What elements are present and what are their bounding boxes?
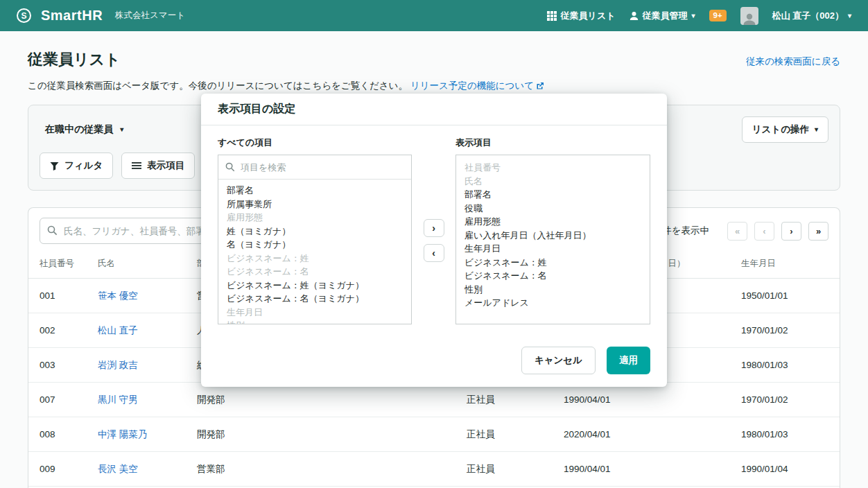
field-item[interactable]: ビジネスネーム：名（ヨミガナ） — [227, 292, 403, 306]
field-item[interactable]: ビジネスネーム：姓（ヨミガナ） — [227, 279, 403, 293]
field-item[interactable]: 生年月日 — [465, 242, 641, 256]
release-info-link[interactable]: リリース予定の機能について — [410, 80, 544, 92]
field-item[interactable]: ビジネスネーム：姓 — [465, 256, 641, 270]
first-page-button[interactable]: « — [727, 222, 747, 241]
columns-button[interactable]: 表示項目 — [121, 152, 195, 179]
field-item[interactable]: ビジネスネーム：名 — [465, 269, 641, 283]
external-link-icon — [536, 82, 544, 90]
all-items-panel: すべての項目 部署名所属事業所雇用形態姓（ヨミガナ）名（ヨミガナ）ビジネスネーム… — [218, 137, 412, 324]
field-item[interactable]: 雇い入れ年月日（入社年月日） — [465, 229, 641, 243]
list-actions-button[interactable]: リストの操作 ▾ — [742, 116, 828, 143]
list-icon — [132, 162, 141, 170]
pagination: « ‹ › » — [727, 222, 828, 241]
person-icon — [630, 11, 639, 21]
beta-notice-text: この従業員検索画面はベータ版です。今後のリリースについてはこちらをご覧ください。 — [28, 80, 408, 92]
selected-items-label: 表示項目 — [455, 137, 650, 149]
birth-date-cell: 1980/01/03 — [730, 417, 840, 452]
employee-id-cell: 002 — [28, 313, 87, 348]
field-item: 性別 — [227, 319, 403, 324]
employee-name-cell: 岩渕 政吉 — [87, 348, 186, 383]
apply-button[interactable]: 適用 — [607, 347, 650, 374]
nav-employee-management[interactable]: 従業員管理 ▾ — [630, 10, 695, 22]
dialog-title: 表示項目の設定 — [201, 94, 667, 125]
employee-name-link[interactable]: 黒川 守男 — [98, 394, 138, 405]
item-search-input[interactable] — [241, 162, 404, 173]
avatar[interactable] — [740, 7, 758, 25]
employee-name-link[interactable]: 笹本 優空 — [98, 290, 138, 301]
move-left-button[interactable]: ‹ — [424, 244, 444, 262]
list-actions-label: リストの操作 — [752, 123, 809, 136]
field-item[interactable]: 雇用形態 — [465, 215, 641, 229]
field-item[interactable]: 部署名 — [465, 188, 641, 202]
next-page-button[interactable]: › — [781, 222, 801, 241]
move-right-button[interactable]: › — [424, 219, 444, 237]
employment-type-cell: 正社員 — [455, 383, 553, 417]
employee-name-cell: 中澤 陽菜乃 — [87, 417, 186, 452]
legacy-search-link[interactable]: 従来の検索画面に戻る — [746, 55, 840, 68]
table-row: 007 黒川 守男 開発部 正社員 1990/04/01 1970/01/02 — [28, 383, 840, 417]
employee-name-link[interactable]: 長沢 美空 — [98, 464, 138, 474]
employee-id-cell: 003 — [28, 348, 87, 383]
filter-button-label: フィルタ — [64, 159, 103, 172]
chevron-down-icon: ▾ — [848, 12, 851, 19]
nav-employee-management-label: 従業員管理 — [643, 10, 688, 22]
beta-notice: この従業員検索画面はベータ版です。今後のリリースについてはこちらをご覧ください。… — [28, 80, 840, 92]
selected-items-panel: 表示項目 社員番号氏名部署名役職雇用形態雇い入れ年月日（入社年月日）生年月日ビジ… — [455, 137, 650, 324]
employment-type-cell: 正社員 — [455, 452, 553, 487]
smarthr-logo-icon: S — [17, 8, 31, 23]
hire-date-cell: 1990/04/01 — [553, 452, 730, 487]
all-items-listbox: 部署名所属事業所雇用形態姓（ヨミガナ）名（ヨミガナ）ビジネスネーム：姓ビジネスネ… — [218, 155, 412, 324]
table-row: 009 長沢 美空 営業部 正社員 1990/04/01 1990/01/04 — [28, 452, 840, 487]
field-item[interactable]: 名（ヨミガナ） — [227, 238, 403, 252]
employment-type-cell: 正社員 — [455, 417, 553, 452]
hire-date-cell: 1990/04/01 — [553, 383, 730, 417]
col-header-birth-date: 生年月日 — [730, 251, 840, 279]
field-item[interactable]: 役職 — [465, 202, 641, 216]
chevron-down-icon: ▾ — [692, 12, 695, 19]
scope-label: 在職中の従業員 — [45, 123, 113, 136]
field-item[interactable]: メールアドレス — [465, 296, 641, 310]
department-cell: 営業部 — [186, 452, 455, 487]
company-name: 株式会社スマート — [115, 10, 185, 21]
prev-page-button[interactable]: ‹ — [754, 222, 774, 241]
page-title: 従業員リスト — [28, 49, 121, 70]
filter-button[interactable]: フィルタ — [40, 152, 113, 179]
employee-id-cell: 009 — [28, 452, 87, 487]
col-header-employee-id: 社員番号 — [28, 251, 87, 279]
all-items-list: 部署名所属事業所雇用形態姓（ヨミガナ）名（ヨミガナ）ビジネスネーム：姓ビジネスネ… — [218, 180, 411, 324]
release-info-link-label: リリース予定の機能について — [410, 80, 534, 92]
employee-id-cell: 008 — [28, 417, 87, 452]
field-item[interactable]: 部署名 — [227, 184, 403, 198]
employee-name-link[interactable]: 岩渕 政吉 — [98, 360, 138, 370]
user-name: 松山 直子（002） — [772, 10, 844, 22]
nav-employee-list[interactable]: 従業員リスト — [547, 10, 616, 22]
field-item: 氏名 — [465, 175, 641, 189]
selected-items-listbox: 社員番号氏名部署名役職雇用形態雇い入れ年月日（入社年月日）生年月日ビジネスネーム… — [455, 155, 650, 324]
field-item: 生年月日 — [227, 306, 403, 320]
selected-items-list: 社員番号氏名部署名役職雇用形態雇い入れ年月日（入社年月日）生年月日ビジネスネーム… — [456, 155, 650, 314]
department-cell: 開発部 — [186, 417, 455, 452]
columns-button-label: 表示項目 — [147, 159, 184, 172]
brand-name[interactable]: SmartHR — [41, 8, 103, 24]
all-items-label: すべての項目 — [218, 137, 412, 149]
employee-id-cell: 007 — [28, 383, 87, 417]
cancel-button[interactable]: キャンセル — [521, 347, 596, 374]
scope-select[interactable]: 在職中の従業員 ▾ — [40, 123, 123, 136]
field-item[interactable]: 姓（ヨミガナ） — [227, 225, 403, 238]
department-cell: 開発部 — [186, 383, 455, 417]
field-item[interactable]: 所属事業所 — [227, 198, 403, 211]
search-icon — [47, 225, 58, 236]
field-item: ビジネスネーム：姓 — [227, 252, 403, 265]
employee-name-cell: 黒川 守男 — [87, 383, 186, 417]
employee-name-link[interactable]: 中澤 陽菜乃 — [98, 429, 147, 439]
notification-badge[interactable]: 9+ — [709, 10, 727, 22]
employee-name-link[interactable]: 松山 直子 — [98, 325, 138, 336]
user-menu[interactable]: 松山 直子（002） ▾ — [772, 10, 851, 22]
birth-date-cell: 1950/01/01 — [730, 279, 840, 313]
field-item: 社員番号 — [465, 161, 641, 175]
birth-date-cell: 1970/01/02 — [730, 313, 840, 348]
funnel-icon — [50, 162, 59, 171]
field-item[interactable]: 性別 — [465, 283, 641, 297]
employee-id-cell: 001 — [28, 279, 87, 313]
last-page-button[interactable]: » — [808, 222, 828, 241]
